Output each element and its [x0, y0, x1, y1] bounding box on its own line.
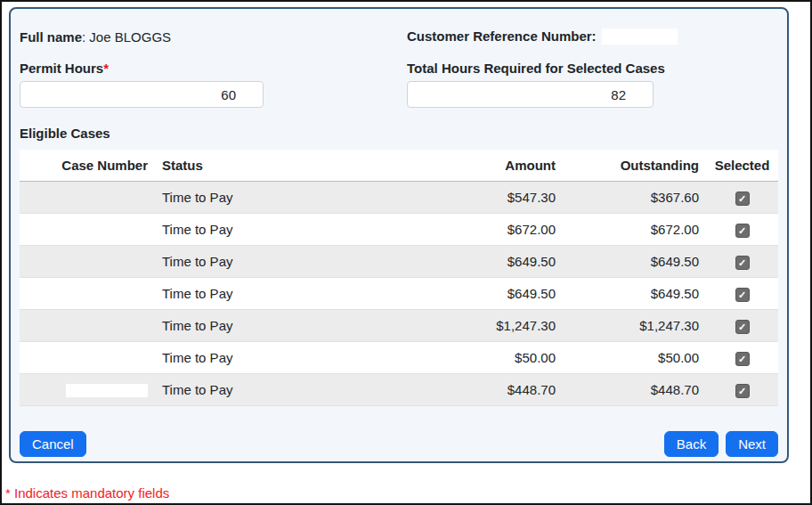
case-number-cell: [20, 342, 155, 374]
status-cell: Time to Pay: [155, 182, 445, 214]
permit-hours-input[interactable]: [20, 81, 264, 108]
case-number-cell: [20, 214, 155, 246]
status-cell: Time to Pay: [155, 342, 445, 374]
page: { "header": { "full_name_label": "Full n…: [0, 0, 812, 505]
selected-checkbox[interactable]: ✓: [735, 224, 750, 238]
total-hours-input[interactable]: [407, 81, 654, 108]
amount-cell: $649.50: [445, 246, 563, 278]
column-header-case-number: Case Number: [20, 150, 155, 182]
outstanding-cell: $367.60: [563, 182, 706, 214]
eligible-cases-title: Eligible Cases: [20, 126, 778, 141]
status-cell: Time to Pay: [155, 310, 445, 342]
amount-cell: $448.70: [445, 374, 563, 406]
amount-cell: $1,247.30: [445, 310, 563, 342]
status-cell: Time to Pay: [155, 374, 445, 406]
customer-reference-line: Customer Reference Number:: [407, 29, 778, 45]
column-header-status: Status: [155, 150, 445, 182]
mandatory-fields-note: * Indicates mandatory fields: [5, 485, 169, 501]
column-header-outstanding: Outstanding: [563, 150, 706, 182]
amount-cell: $649.50: [445, 278, 563, 310]
case-number-redacted-value: [66, 384, 148, 397]
selected-checkbox[interactable]: ✓: [735, 288, 750, 302]
amount-cell: $672.00: [445, 214, 563, 246]
outstanding-cell: $649.50: [563, 246, 706, 278]
cancel-button[interactable]: Cancel: [20, 431, 86, 457]
table-row: Time to Pay $50.00 $50.00 ✓: [20, 342, 778, 374]
back-button[interactable]: Back: [664, 431, 719, 457]
table-row: Time to Pay $448.70 $448.70 ✓: [20, 374, 778, 406]
outstanding-cell: $50.00: [563, 342, 706, 374]
column-header-selected: Selected: [706, 150, 778, 182]
amount-cell: $547.30: [445, 182, 563, 214]
status-cell: Time to Pay: [155, 246, 445, 278]
permit-hours-label: Permit Hours: [20, 61, 103, 76]
next-button[interactable]: Next: [726, 431, 778, 457]
table-row: Time to Pay $672.00 $672.00 ✓: [20, 214, 778, 246]
table-row: Time to Pay $649.50 $649.50 ✓: [20, 246, 778, 278]
selected-checkbox[interactable]: ✓: [735, 191, 750, 206]
selected-checkbox[interactable]: ✓: [735, 256, 750, 270]
table-row: Time to Pay $1,247.30 $1,247.30 ✓: [20, 310, 778, 342]
field-inputs-row: [20, 81, 778, 108]
case-number-cell: [20, 278, 155, 310]
table-row: Time to Pay $649.50 $649.50 ✓: [20, 278, 778, 310]
required-asterisk: *: [103, 61, 109, 76]
outstanding-cell: $1,247.30: [563, 310, 706, 342]
permit-hours-label-line: Permit Hours*: [20, 61, 407, 76]
outstanding-cell: $672.00: [563, 214, 706, 246]
table-row: Time to Pay $547.30 $367.60 ✓: [20, 182, 778, 214]
total-hours-label: Total Hours Required for Selected Cases: [407, 61, 778, 76]
selected-checkbox[interactable]: ✓: [735, 384, 750, 398]
action-buttons-row: Cancel Back Next: [20, 431, 778, 457]
case-number-cell: [20, 374, 155, 406]
field-labels-row: Permit Hours* Total Hours Required for S…: [20, 61, 778, 76]
full-name-label: Full name: [20, 29, 82, 45]
outstanding-cell: $649.50: [563, 278, 706, 310]
full-name-line: Full name: Joe BLOGGS: [20, 29, 407, 45]
status-cell: Time to Pay: [155, 278, 445, 310]
selected-checkbox[interactable]: ✓: [735, 352, 750, 366]
amount-cell: $50.00: [445, 342, 563, 374]
customer-reference-redacted-value: [602, 29, 678, 45]
form-panel: Full name: Joe BLOGGS Customer Reference…: [9, 7, 789, 463]
identity-row: Full name: Joe BLOGGS Customer Reference…: [20, 29, 778, 45]
full-name-value: Joe BLOGGS: [89, 29, 171, 45]
column-header-amount: Amount: [445, 150, 563, 182]
case-number-cell: [20, 246, 155, 278]
outstanding-cell: $448.70: [563, 374, 706, 406]
case-number-cell: [20, 310, 155, 342]
customer-reference-label: Customer Reference Number:: [407, 29, 597, 44]
case-number-cell: [20, 182, 155, 214]
eligible-cases-table: Case Number Status Amount Outstanding Se…: [20, 150, 778, 406]
table-header-row: Case Number Status Amount Outstanding Se…: [20, 150, 778, 182]
selected-checkbox[interactable]: ✓: [735, 320, 750, 334]
status-cell: Time to Pay: [155, 214, 445, 246]
